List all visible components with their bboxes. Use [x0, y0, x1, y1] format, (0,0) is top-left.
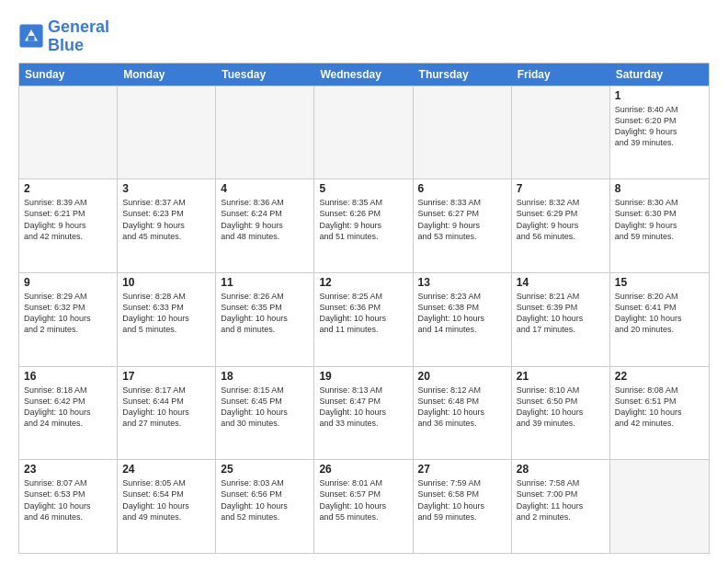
cell-info: Sunrise: 8:28 AM Sunset: 6:33 PM Dayligh…: [122, 291, 210, 336]
day-number: 12: [319, 276, 407, 289]
day-number: 9: [24, 276, 112, 289]
header-day-monday: Monday: [118, 63, 216, 86]
calendar-cell: 21Sunrise: 8:10 AM Sunset: 6:50 PM Dayli…: [512, 367, 610, 460]
cell-info: Sunrise: 7:58 AM Sunset: 7:00 PM Dayligh…: [517, 477, 605, 523]
day-number: 25: [221, 463, 309, 476]
day-number: 16: [24, 370, 112, 383]
cell-info: Sunrise: 8:26 AM Sunset: 6:35 PM Dayligh…: [221, 291, 309, 336]
cell-info: Sunrise: 8:20 AM Sunset: 6:41 PM Dayligh…: [615, 291, 704, 336]
day-number: 18: [221, 370, 309, 383]
cell-info: Sunrise: 8:21 AM Sunset: 6:39 PM Dayligh…: [517, 291, 605, 336]
calendar-row-2: 2Sunrise: 8:39 AM Sunset: 6:21 PM Daylig…: [19, 178, 709, 272]
header-day-thursday: Thursday: [414, 63, 512, 86]
cell-info: Sunrise: 8:18 AM Sunset: 6:42 PM Dayligh…: [24, 385, 112, 430]
day-number: 14: [517, 276, 605, 289]
day-number: 20: [418, 370, 506, 383]
day-number: 28: [517, 463, 605, 476]
calendar-cell: 13Sunrise: 8:23 AM Sunset: 6:38 PM Dayli…: [414, 273, 512, 366]
calendar-cell: 19Sunrise: 8:13 AM Sunset: 6:47 PM Dayli…: [314, 367, 413, 460]
calendar-cell: 8Sunrise: 8:30 AM Sunset: 6:30 PM Daylig…: [610, 179, 709, 272]
cell-info: Sunrise: 8:15 AM Sunset: 6:45 PM Dayligh…: [221, 385, 309, 430]
calendar-cell: [19, 86, 118, 179]
calendar-cell: 20Sunrise: 8:12 AM Sunset: 6:48 PM Dayli…: [414, 367, 512, 460]
svg-rect-2: [28, 36, 35, 41]
logo: General Blue: [18, 18, 109, 55]
calendar-cell: 3Sunrise: 8:37 AM Sunset: 6:23 PM Daylig…: [118, 179, 216, 272]
cell-info: Sunrise: 8:08 AM Sunset: 6:51 PM Dayligh…: [615, 385, 704, 430]
calendar-cell: 7Sunrise: 8:32 AM Sunset: 6:29 PM Daylig…: [512, 179, 610, 272]
calendar-row-3: 9Sunrise: 8:29 AM Sunset: 6:32 PM Daylig…: [19, 272, 709, 366]
cell-info: Sunrise: 8:05 AM Sunset: 6:54 PM Dayligh…: [122, 477, 210, 523]
logo-icon: [18, 23, 44, 49]
calendar-body: 1Sunrise: 8:40 AM Sunset: 6:20 PM Daylig…: [19, 86, 709, 553]
calendar-cell: 6Sunrise: 8:33 AM Sunset: 6:27 PM Daylig…: [414, 179, 512, 272]
calendar-cell: 10Sunrise: 8:28 AM Sunset: 6:33 PM Dayli…: [118, 273, 216, 366]
cell-info: Sunrise: 8:17 AM Sunset: 6:44 PM Dayligh…: [122, 385, 210, 430]
day-number: 7: [517, 182, 605, 195]
cell-info: Sunrise: 8:23 AM Sunset: 6:38 PM Dayligh…: [418, 291, 506, 336]
calendar-cell: 5Sunrise: 8:35 AM Sunset: 6:26 PM Daylig…: [314, 179, 413, 272]
day-number: 26: [319, 463, 407, 476]
cell-info: Sunrise: 8:39 AM Sunset: 6:21 PM Dayligh…: [24, 197, 112, 242]
calendar: SundayMondayTuesdayWednesdayThursdayFrid…: [18, 63, 710, 554]
calendar-row-4: 16Sunrise: 8:18 AM Sunset: 6:42 PM Dayli…: [19, 366, 709, 460]
calendar-cell: 2Sunrise: 8:39 AM Sunset: 6:21 PM Daylig…: [19, 179, 118, 272]
day-number: 22: [615, 370, 704, 383]
cell-info: Sunrise: 8:36 AM Sunset: 6:24 PM Dayligh…: [221, 197, 309, 242]
calendar-cell: [512, 86, 610, 179]
day-number: 8: [615, 182, 704, 195]
calendar-cell: [314, 86, 413, 179]
day-number: 3: [122, 182, 210, 195]
header: General Blue: [18, 15, 710, 55]
calendar-cell: 22Sunrise: 8:08 AM Sunset: 6:51 PM Dayli…: [610, 367, 709, 460]
header-day-wednesday: Wednesday: [314, 63, 413, 86]
day-number: 17: [122, 370, 210, 383]
calendar-cell: 17Sunrise: 8:17 AM Sunset: 6:44 PM Dayli…: [118, 367, 216, 460]
calendar-cell: 9Sunrise: 8:29 AM Sunset: 6:32 PM Daylig…: [19, 273, 118, 366]
day-number: 19: [319, 370, 407, 383]
day-number: 21: [517, 370, 605, 383]
calendar-row-5: 23Sunrise: 8:07 AM Sunset: 6:53 PM Dayli…: [19, 459, 709, 553]
calendar-cell: [414, 86, 512, 179]
day-number: 11: [221, 276, 309, 289]
calendar-cell: [610, 460, 709, 553]
calendar-cell: 4Sunrise: 8:36 AM Sunset: 6:24 PM Daylig…: [216, 179, 314, 272]
cell-info: Sunrise: 8:40 AM Sunset: 6:20 PM Dayligh…: [615, 104, 704, 149]
day-number: 15: [615, 276, 704, 289]
cell-info: Sunrise: 8:13 AM Sunset: 6:47 PM Dayligh…: [319, 385, 407, 430]
cell-info: Sunrise: 8:30 AM Sunset: 6:30 PM Dayligh…: [615, 197, 704, 242]
calendar-cell: 18Sunrise: 8:15 AM Sunset: 6:45 PM Dayli…: [216, 367, 314, 460]
cell-info: Sunrise: 8:37 AM Sunset: 6:23 PM Dayligh…: [122, 197, 210, 242]
calendar-cell: 25Sunrise: 8:03 AM Sunset: 6:56 PM Dayli…: [216, 460, 314, 553]
day-number: 5: [319, 182, 407, 195]
calendar-header: SundayMondayTuesdayWednesdayThursdayFrid…: [19, 63, 709, 86]
cell-info: Sunrise: 8:29 AM Sunset: 6:32 PM Dayligh…: [24, 291, 112, 336]
cell-info: Sunrise: 8:01 AM Sunset: 6:57 PM Dayligh…: [319, 477, 407, 523]
calendar-cell: 15Sunrise: 8:20 AM Sunset: 6:41 PM Dayli…: [610, 273, 709, 366]
cell-info: Sunrise: 8:25 AM Sunset: 6:36 PM Dayligh…: [319, 291, 407, 336]
calendar-cell: 16Sunrise: 8:18 AM Sunset: 6:42 PM Dayli…: [19, 367, 118, 460]
header-day-saturday: Saturday: [610, 63, 709, 86]
day-number: 4: [221, 182, 309, 195]
calendar-cell: [216, 86, 314, 179]
day-number: 23: [24, 463, 112, 476]
header-day-friday: Friday: [512, 63, 610, 86]
cell-info: Sunrise: 8:35 AM Sunset: 6:26 PM Dayligh…: [319, 197, 407, 242]
cell-info: Sunrise: 8:33 AM Sunset: 6:27 PM Dayligh…: [418, 197, 506, 242]
calendar-cell: 27Sunrise: 7:59 AM Sunset: 6:58 PM Dayli…: [414, 460, 512, 553]
cell-info: Sunrise: 8:03 AM Sunset: 6:56 PM Dayligh…: [221, 477, 309, 523]
day-number: 13: [418, 276, 506, 289]
day-number: 27: [418, 463, 506, 476]
day-number: 6: [418, 182, 506, 195]
calendar-cell: 23Sunrise: 8:07 AM Sunset: 6:53 PM Dayli…: [19, 460, 118, 553]
calendar-cell: 14Sunrise: 8:21 AM Sunset: 6:39 PM Dayli…: [512, 273, 610, 366]
cell-info: Sunrise: 8:12 AM Sunset: 6:48 PM Dayligh…: [418, 385, 506, 430]
logo-text: General Blue: [48, 18, 109, 55]
calendar-cell: 26Sunrise: 8:01 AM Sunset: 6:57 PM Dayli…: [314, 460, 413, 553]
header-day-sunday: Sunday: [19, 63, 118, 86]
calendar-cell: 28Sunrise: 7:58 AM Sunset: 7:00 PM Dayli…: [512, 460, 610, 553]
header-day-tuesday: Tuesday: [216, 63, 314, 86]
page: General Blue SundayMondayTuesdayWednesda…: [0, 0, 728, 563]
calendar-cell: [118, 86, 216, 179]
calendar-cell: 1Sunrise: 8:40 AM Sunset: 6:20 PM Daylig…: [610, 86, 709, 179]
